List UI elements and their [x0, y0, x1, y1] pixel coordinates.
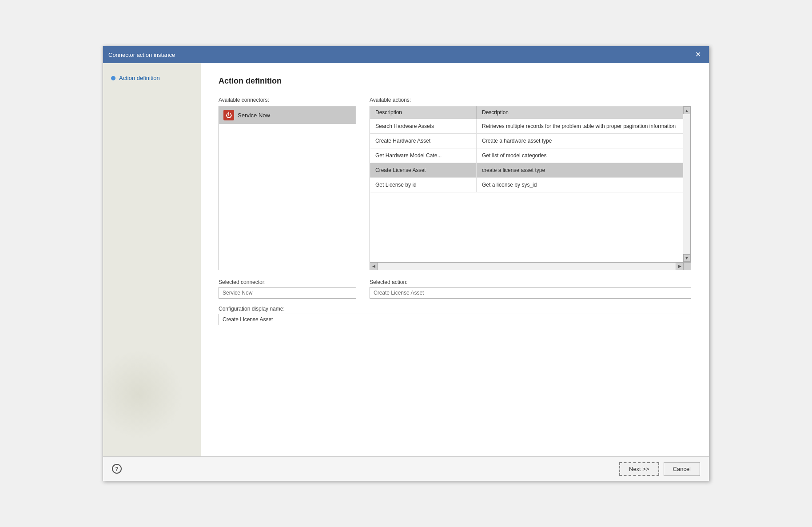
scroll-up-button[interactable]: ▲: [683, 107, 690, 114]
next-button[interactable]: Next >>: [619, 462, 659, 476]
action-desc: Get list of model categories: [477, 148, 683, 163]
dialog-body: Action definition Action definition Avai…: [103, 63, 709, 456]
panels-row: Available connectors: ⏻ Service Now Avai…: [219, 97, 691, 270]
horizontal-scrollbar-area: ◀ ▶: [370, 262, 691, 270]
col-header-name: Description: [370, 106, 477, 119]
sidebar-dot-icon: [111, 76, 115, 80]
available-connectors-label: Available connectors:: [219, 97, 356, 103]
config-display-name-input[interactable]: [219, 314, 691, 325]
servicenow-icon: ⏻: [223, 110, 234, 120]
actions-table-container: Description Description Search Hardware …: [370, 106, 691, 270]
page-title: Action definition: [219, 76, 691, 86]
dialog-title: Connector action instance: [108, 52, 175, 58]
footer-buttons: Next >> Cancel: [619, 462, 700, 476]
scroll-down-button[interactable]: ▼: [683, 254, 690, 262]
footer: ? Next >> Cancel: [103, 456, 709, 481]
table-row[interactable]: Get Hardware Model Cate... Get list of m…: [370, 148, 683, 163]
action-desc: Get a license by sys_id: [477, 178, 683, 192]
title-bar: Connector action instance ✕: [103, 46, 709, 63]
connector-list[interactable]: ⏻ Service Now: [219, 106, 356, 270]
action-name: Search Hardware Assets: [370, 119, 477, 133]
connector-name: Service Now: [238, 112, 270, 119]
selected-connector-label: Selected connector:: [219, 279, 356, 285]
actions-table-header: Description Description: [370, 106, 683, 119]
action-name: Create Hardware Asset: [370, 134, 477, 148]
help-button[interactable]: ?: [112, 464, 122, 474]
action-desc: create a license asset type: [477, 163, 683, 177]
selected-action-input[interactable]: [370, 287, 691, 299]
actions-inner: Description Description Search Hardware …: [370, 106, 683, 262]
selected-connector-group: Selected connector:: [219, 279, 356, 299]
config-display-group: Configuration display name:: [219, 306, 691, 325]
table-row[interactable]: Search Hardware Assets Retrieves multipl…: [370, 119, 683, 134]
scroll-track: [683, 114, 690, 254]
action-name: Get Hardware Model Cate...: [370, 148, 477, 163]
table-row[interactable]: Create Hardware Asset Create a hardware …: [370, 134, 683, 148]
horizontal-scrollbar[interactable]: ◀ ▶: [370, 263, 683, 270]
actions-table-body[interactable]: Search Hardware Assets Retrieves multipl…: [370, 119, 683, 262]
main-content: Action definition Available connectors: …: [201, 63, 709, 456]
selected-action-label: Selected action:: [370, 279, 691, 285]
actions-panel: Available actions: Description Descripti…: [370, 97, 691, 270]
selected-action-group: Selected action:: [370, 279, 691, 299]
available-actions-label: Available actions:: [370, 97, 691, 103]
sidebar-item-action-definition[interactable]: Action definition: [107, 72, 196, 84]
sidebar-watermark: [103, 350, 183, 439]
config-display-name-label: Configuration display name:: [219, 306, 691, 312]
scroll-right-button[interactable]: ▶: [676, 263, 683, 270]
sidebar: Action definition: [103, 63, 201, 456]
connector-panel: Available connectors: ⏻ Service Now: [219, 97, 356, 270]
action-desc: Retrieves multiple records for the probl…: [477, 119, 683, 133]
action-name: Get License by id: [370, 178, 477, 192]
vertical-scrollbar[interactable]: ▲ ▼: [683, 106, 691, 262]
cancel-button[interactable]: Cancel: [664, 462, 700, 476]
table-row[interactable]: Get License by id Get a license by sys_i…: [370, 178, 683, 192]
close-button[interactable]: ✕: [693, 50, 704, 59]
connector-item-servicenow[interactable]: ⏻ Service Now: [219, 106, 356, 124]
selected-fields-row: Selected connector: Selected action:: [219, 279, 691, 299]
scroll-left-button[interactable]: ◀: [370, 263, 378, 270]
connector-action-dialog: Connector action instance ✕ Action defin…: [103, 46, 709, 481]
selected-connector-input[interactable]: [219, 287, 356, 299]
actions-scroll-area: Description Description Search Hardware …: [370, 106, 691, 262]
sidebar-item-label: Action definition: [119, 75, 160, 81]
action-desc: Create a hardware asset type: [477, 134, 683, 148]
table-row[interactable]: Create License Asset create a license as…: [370, 163, 683, 178]
scrollbar-corner: [683, 263, 691, 270]
col-header-desc: Description: [477, 106, 683, 119]
action-name: Create License Asset: [370, 163, 477, 177]
